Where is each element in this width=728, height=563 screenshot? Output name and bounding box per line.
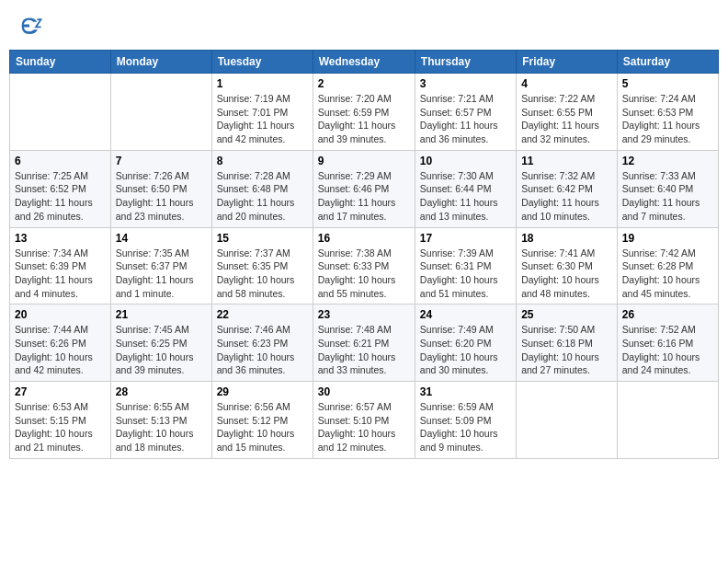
- day-number: 17: [420, 232, 511, 245]
- day-info: Sunrise: 7:42 AM Sunset: 6:28 PM Dayligh…: [622, 247, 700, 299]
- day-info: Sunrise: 7:22 AM Sunset: 6:55 PM Dayligh…: [521, 93, 599, 144]
- day-number: 22: [217, 308, 308, 321]
- day-number: 4: [521, 77, 612, 90]
- calendar-week-row: 6Sunrise: 7:25 AM Sunset: 6:52 PM Daylig…: [10, 150, 719, 227]
- calendar-cell: 21Sunrise: 7:45 AM Sunset: 6:25 PM Dayli…: [110, 304, 211, 382]
- day-number: 5: [622, 77, 713, 90]
- column-header-saturday: Saturday: [617, 51, 718, 74]
- day-number: 20: [15, 308, 106, 321]
- day-number: 16: [318, 232, 410, 245]
- day-number: 29: [217, 385, 308, 398]
- calendar-cell: 20Sunrise: 7:44 AM Sunset: 6:26 PM Dayli…: [10, 304, 111, 382]
- day-number: 23: [318, 308, 410, 321]
- calendar-cell: 31Sunrise: 6:59 AM Sunset: 5:09 PM Dayli…: [415, 382, 516, 459]
- calendar-cell: 13Sunrise: 7:34 AM Sunset: 6:39 PM Dayli…: [10, 227, 111, 304]
- calendar-week-row: 13Sunrise: 7:34 AM Sunset: 6:39 PM Dayli…: [10, 227, 719, 304]
- calendar-cell: 6Sunrise: 7:25 AM Sunset: 6:52 PM Daylig…: [10, 150, 111, 227]
- calendar-cell: [10, 74, 111, 151]
- calendar-cell: 8Sunrise: 7:28 AM Sunset: 6:48 PM Daylig…: [211, 150, 313, 227]
- day-info: Sunrise: 7:30 AM Sunset: 6:44 PM Dayligh…: [420, 170, 498, 222]
- day-info: Sunrise: 7:45 AM Sunset: 6:25 PM Dayligh…: [116, 324, 194, 375]
- day-number: 8: [217, 155, 308, 167]
- calendar-cell: 3Sunrise: 7:21 AM Sunset: 6:57 PM Daylig…: [415, 74, 516, 151]
- day-info: Sunrise: 6:57 AM Sunset: 5:10 PM Dayligh…: [318, 401, 396, 453]
- calendar-cell: 29Sunrise: 6:56 AM Sunset: 5:12 PM Dayli…: [211, 382, 313, 459]
- calendar-header-row: SundayMondayTuesdayWednesdayThursdayFrid…: [10, 51, 719, 74]
- day-number: 28: [116, 385, 207, 398]
- logo: [17, 13, 46, 39]
- calendar-cell: 26Sunrise: 7:52 AM Sunset: 6:16 PM Dayli…: [617, 304, 718, 382]
- day-info: Sunrise: 7:26 AM Sunset: 6:50 PM Dayligh…: [116, 170, 194, 222]
- day-number: 10: [420, 155, 511, 167]
- day-number: 2: [318, 77, 410, 90]
- column-header-thursday: Thursday: [415, 51, 516, 74]
- day-info: Sunrise: 7:48 AM Sunset: 6:21 PM Dayligh…: [318, 324, 396, 375]
- day-info: Sunrise: 7:32 AM Sunset: 6:42 PM Dayligh…: [521, 170, 599, 222]
- calendar-cell: 15Sunrise: 7:37 AM Sunset: 6:35 PM Dayli…: [211, 227, 313, 304]
- day-number: 14: [116, 232, 207, 245]
- calendar-cell: 2Sunrise: 7:20 AM Sunset: 6:59 PM Daylig…: [313, 74, 415, 151]
- day-number: 15: [217, 232, 308, 245]
- day-number: 21: [116, 308, 207, 321]
- day-number: 30: [318, 385, 410, 398]
- day-info: Sunrise: 7:50 AM Sunset: 6:18 PM Dayligh…: [521, 324, 599, 375]
- calendar-cell: 10Sunrise: 7:30 AM Sunset: 6:44 PM Dayli…: [415, 150, 516, 227]
- column-header-friday: Friday: [517, 51, 618, 74]
- calendar-cell: [517, 382, 618, 459]
- day-info: Sunrise: 7:24 AM Sunset: 6:53 PM Dayligh…: [622, 93, 700, 144]
- column-header-monday: Monday: [110, 51, 211, 74]
- calendar-cell: 12Sunrise: 7:33 AM Sunset: 6:40 PM Dayli…: [617, 150, 718, 227]
- day-info: Sunrise: 7:33 AM Sunset: 6:40 PM Dayligh…: [622, 170, 700, 222]
- page-header: [9, 9, 719, 42]
- day-info: Sunrise: 7:21 AM Sunset: 6:57 PM Dayligh…: [420, 93, 498, 144]
- column-header-tuesday: Tuesday: [211, 51, 313, 74]
- column-header-sunday: Sunday: [10, 51, 111, 74]
- day-info: Sunrise: 6:59 AM Sunset: 5:09 PM Dayligh…: [420, 401, 498, 453]
- day-info: Sunrise: 7:52 AM Sunset: 6:16 PM Dayligh…: [622, 324, 700, 375]
- day-info: Sunrise: 6:55 AM Sunset: 5:13 PM Dayligh…: [116, 401, 194, 453]
- calendar-cell: 9Sunrise: 7:29 AM Sunset: 6:46 PM Daylig…: [313, 150, 415, 227]
- day-number: 18: [521, 232, 612, 245]
- day-info: Sunrise: 7:25 AM Sunset: 6:52 PM Dayligh…: [15, 170, 93, 222]
- day-number: 7: [116, 155, 207, 167]
- calendar-cell: 19Sunrise: 7:42 AM Sunset: 6:28 PM Dayli…: [617, 227, 718, 304]
- day-number: 26: [622, 308, 713, 321]
- calendar-cell: 17Sunrise: 7:39 AM Sunset: 6:31 PM Dayli…: [415, 227, 516, 304]
- day-number: 19: [622, 232, 713, 245]
- day-info: Sunrise: 7:38 AM Sunset: 6:33 PM Dayligh…: [318, 247, 396, 299]
- day-info: Sunrise: 7:28 AM Sunset: 6:48 PM Dayligh…: [217, 170, 295, 222]
- calendar-cell: 22Sunrise: 7:46 AM Sunset: 6:23 PM Dayli…: [211, 304, 313, 382]
- day-info: Sunrise: 7:35 AM Sunset: 6:37 PM Dayligh…: [116, 247, 194, 299]
- day-number: 25: [521, 308, 612, 321]
- day-info: Sunrise: 7:41 AM Sunset: 6:30 PM Dayligh…: [521, 247, 599, 299]
- calendar-cell: 27Sunrise: 6:53 AM Sunset: 5:15 PM Dayli…: [10, 382, 111, 459]
- calendar-cell: [617, 382, 718, 459]
- logo-icon: [17, 13, 42, 39]
- calendar-cell: 25Sunrise: 7:50 AM Sunset: 6:18 PM Dayli…: [517, 304, 618, 382]
- day-info: Sunrise: 7:34 AM Sunset: 6:39 PM Dayligh…: [15, 247, 93, 299]
- day-number: 1: [217, 77, 308, 90]
- day-number: 31: [420, 385, 511, 398]
- day-info: Sunrise: 7:46 AM Sunset: 6:23 PM Dayligh…: [217, 324, 295, 375]
- day-number: 11: [521, 155, 612, 167]
- day-number: 24: [420, 308, 511, 321]
- day-number: 13: [15, 232, 106, 245]
- calendar-cell: 16Sunrise: 7:38 AM Sunset: 6:33 PM Dayli…: [313, 227, 415, 304]
- calendar-cell: 18Sunrise: 7:41 AM Sunset: 6:30 PM Dayli…: [517, 227, 618, 304]
- calendar-cell: 30Sunrise: 6:57 AM Sunset: 5:10 PM Dayli…: [313, 382, 415, 459]
- calendar-week-row: 1Sunrise: 7:19 AM Sunset: 7:01 PM Daylig…: [10, 74, 719, 151]
- calendar-cell: 14Sunrise: 7:35 AM Sunset: 6:37 PM Dayli…: [110, 227, 211, 304]
- calendar-week-row: 20Sunrise: 7:44 AM Sunset: 6:26 PM Dayli…: [10, 304, 719, 382]
- day-info: Sunrise: 7:29 AM Sunset: 6:46 PM Dayligh…: [318, 170, 396, 222]
- calendar-cell: 28Sunrise: 6:55 AM Sunset: 5:13 PM Dayli…: [110, 382, 211, 459]
- day-number: 27: [15, 385, 106, 398]
- calendar-cell: 1Sunrise: 7:19 AM Sunset: 7:01 PM Daylig…: [211, 74, 313, 151]
- day-info: Sunrise: 7:37 AM Sunset: 6:35 PM Dayligh…: [217, 247, 295, 299]
- calendar-cell: [110, 74, 211, 151]
- calendar-cell: 11Sunrise: 7:32 AM Sunset: 6:42 PM Dayli…: [517, 150, 618, 227]
- calendar-table: SundayMondayTuesdayWednesdayThursdayFrid…: [9, 50, 719, 459]
- day-info: Sunrise: 7:20 AM Sunset: 6:59 PM Dayligh…: [318, 93, 396, 144]
- calendar-cell: 23Sunrise: 7:48 AM Sunset: 6:21 PM Dayli…: [313, 304, 415, 382]
- calendar-cell: 24Sunrise: 7:49 AM Sunset: 6:20 PM Dayli…: [415, 304, 516, 382]
- calendar-cell: 7Sunrise: 7:26 AM Sunset: 6:50 PM Daylig…: [110, 150, 211, 227]
